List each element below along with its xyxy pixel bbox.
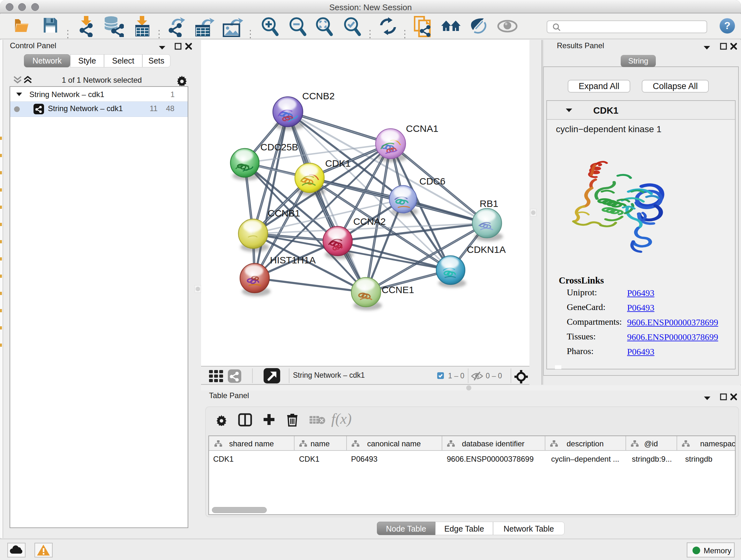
svg-text:CCNA1: CCNA1 [406, 123, 439, 134]
svg-text:CDC6: CDC6 [419, 176, 446, 186]
svg-text:CCNB2: CCNB2 [302, 91, 335, 101]
svg-text:CCNB1: CCNB1 [268, 208, 300, 219]
svg-text:HIST1H1A: HIST1H1A [270, 255, 316, 265]
svg-text:CDK1: CDK1 [325, 158, 351, 169]
svg-text:CCNE1: CCNE1 [382, 285, 414, 295]
svg-text:RB1: RB1 [480, 198, 498, 209]
svg-text:CCNA2: CCNA2 [353, 216, 386, 227]
svg-text:CDC25B: CDC25B [260, 142, 298, 152]
svg-text:CDKN1A: CDKN1A [467, 244, 506, 255]
